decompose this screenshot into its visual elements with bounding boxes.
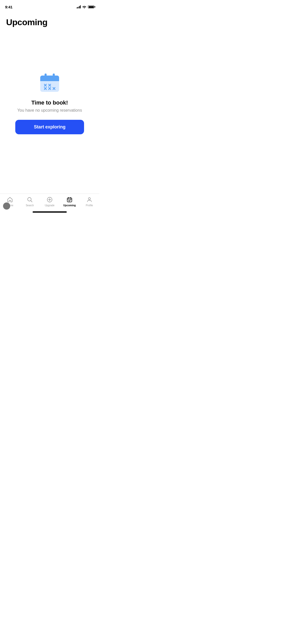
calendar-illustration	[38, 71, 61, 94]
svg-rect-3	[45, 74, 47, 78]
empty-state: Time to book! You have no upcoming reser…	[15, 71, 84, 134]
svg-line-16	[31, 201, 32, 202]
empty-state-title: Time to book!	[31, 99, 68, 106]
upgrade-icon	[46, 196, 53, 203]
battery-icon	[88, 5, 94, 8]
svg-rect-20	[67, 198, 72, 202]
home-indicator	[33, 211, 67, 213]
tab-upcoming-label: Upcoming	[63, 204, 76, 207]
status-bar: 9:41	[0, 0, 99, 12]
empty-state-subtitle: You have no upcoming reservations	[17, 108, 82, 113]
tab-profile[interactable]: Profile	[79, 196, 99, 207]
upcoming-icon	[66, 196, 73, 203]
signal-icon	[77, 5, 81, 8]
tab-upgrade-label: Upgrade	[45, 204, 55, 207]
status-icons	[77, 5, 94, 8]
search-icon	[26, 196, 33, 203]
main-content: Time to book! You have no upcoming reser…	[0, 12, 99, 194]
start-exploring-button[interactable]: Start exploring	[15, 120, 84, 134]
profile-icon	[86, 196, 93, 203]
tab-profile-label: Profile	[86, 204, 93, 207]
status-time: 9:41	[5, 5, 12, 9]
tab-upgrade[interactable]: Upgrade	[40, 196, 60, 207]
tab-search[interactable]: Search	[20, 196, 40, 207]
home-icon	[7, 196, 13, 203]
tab-upcoming[interactable]: Upcoming	[60, 196, 79, 207]
tab-search-label: Search	[26, 204, 34, 207]
wifi-icon	[82, 5, 86, 8]
svg-rect-4	[53, 74, 55, 78]
svg-point-24	[88, 198, 90, 200]
dark-circle-decoration	[3, 202, 10, 210]
svg-rect-2	[40, 79, 59, 81]
